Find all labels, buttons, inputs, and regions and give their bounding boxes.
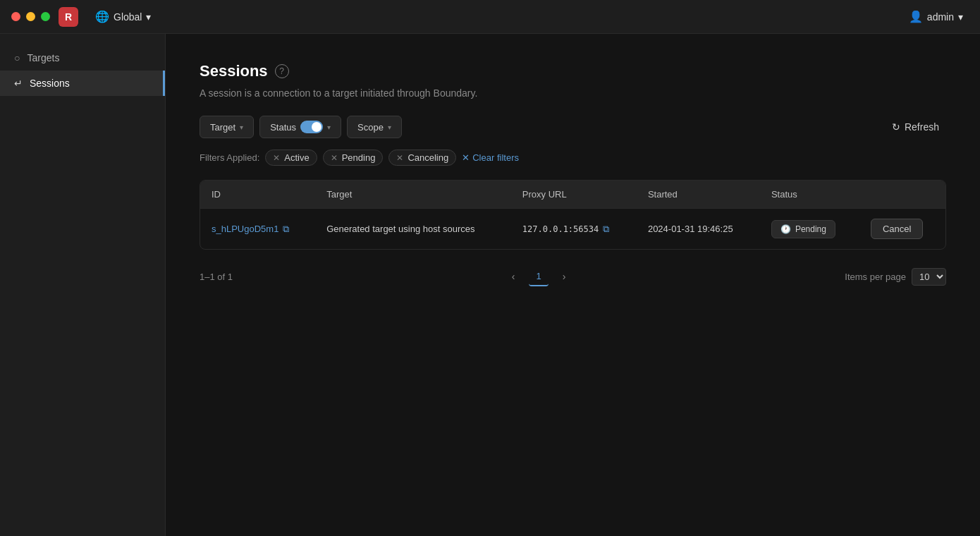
scope-chevron-icon: ▾ xyxy=(388,123,391,131)
remove-pending-filter[interactable]: ✕ xyxy=(331,153,338,163)
table-row: s_hLPUgoD5m1 ⧉ Generated target using ho… xyxy=(200,209,945,250)
session-id-text: s_hLPUgoD5m1 xyxy=(212,224,278,234)
admin-label: admin xyxy=(927,11,954,23)
minimize-button[interactable] xyxy=(26,12,35,21)
filter-buttons: Target ▾ Status ▾ Scope ▾ xyxy=(200,116,402,138)
col-actions xyxy=(859,181,945,209)
pagination-range: 1–1 of 1 xyxy=(200,272,233,282)
next-page-button[interactable]: › xyxy=(554,267,574,286)
clear-filters-button[interactable]: ✕ Clear filters xyxy=(462,152,519,163)
target-filter-label: Target xyxy=(210,122,235,133)
main-content: Sessions ? A session is a connection to … xyxy=(166,34,980,536)
close-button[interactable] xyxy=(11,12,20,21)
status-filter-button[interactable]: Status ▾ xyxy=(259,116,341,138)
page-number-1[interactable]: 1 xyxy=(529,267,549,286)
pending-filter-label: Pending xyxy=(342,152,376,163)
page-subtitle: A session is a connection to a target in… xyxy=(200,87,946,99)
sidebar-item-targets[interactable]: ○ Targets xyxy=(0,45,165,71)
scope-filter-button[interactable]: Scope ▾ xyxy=(347,116,402,138)
targets-icon: ○ xyxy=(14,52,20,63)
global-selector[interactable]: 🌐 Global ▾ xyxy=(90,7,157,26)
session-actions-cell: Cancel xyxy=(859,209,945,250)
scope-filter-label: Scope xyxy=(357,122,384,133)
copy-id-icon[interactable]: ⧉ xyxy=(283,224,289,235)
refresh-label: Refresh xyxy=(905,121,939,133)
maximize-button[interactable] xyxy=(41,12,50,21)
remove-canceling-filter[interactable]: ✕ xyxy=(396,153,403,163)
cancel-session-button[interactable]: Cancel xyxy=(871,219,923,239)
refresh-icon: ↻ xyxy=(892,121,900,133)
pagination-controls: ‹ 1 › xyxy=(503,267,574,286)
sessions-table-container: ID Target Proxy URL Started Status s_hLP… xyxy=(200,180,946,250)
remove-active-filter[interactable]: ✕ xyxy=(273,153,280,163)
status-filter-label: Status xyxy=(270,122,296,133)
session-target-text: Generated target using host sources xyxy=(326,224,474,234)
global-chevron-icon: ▾ xyxy=(146,11,151,23)
session-target-cell: Generated target using host sources xyxy=(315,209,511,250)
session-started-cell: 2024-01-31 19:46:25 xyxy=(637,209,760,250)
applied-filters: Filters Applied: ✕ Active ✕ Pending ✕ Ca… xyxy=(200,150,946,166)
clear-x-icon: ✕ xyxy=(462,152,470,163)
globe-icon: 🌐 xyxy=(95,10,109,23)
sessions-icon: ↵ xyxy=(14,78,23,89)
filters-bar: Target ▾ Status ▾ Scope ▾ ↻ Refresh xyxy=(200,116,946,138)
col-target: Target xyxy=(315,181,511,209)
prev-page-button[interactable]: ‹ xyxy=(503,267,523,286)
target-filter-button[interactable]: Target ▾ xyxy=(200,116,254,138)
page-title: Sessions xyxy=(200,62,268,80)
clock-icon: 🕐 xyxy=(780,224,791,234)
global-label: Global xyxy=(114,11,142,23)
app-logo: R xyxy=(59,7,78,27)
page-header: Sessions ? xyxy=(200,62,946,80)
help-icon[interactable]: ? xyxy=(275,64,289,78)
window-controls xyxy=(11,12,50,21)
active-filter-label: Active xyxy=(284,152,309,163)
canceling-filter-label: Canceling xyxy=(408,152,448,163)
main-layout: ○ Targets ↵ Sessions Sessions ? A sessio… xyxy=(0,34,980,536)
filters-applied-label: Filters Applied: xyxy=(200,152,259,163)
proxy-url-wrapper: 127.0.0.1:56534 ⧉ xyxy=(522,224,625,235)
admin-selector[interactable]: 👤 admin ▾ xyxy=(903,7,969,26)
session-id-cell: s_hLPUgoD5m1 ⧉ xyxy=(200,209,315,250)
items-per-page-label: Items per page xyxy=(845,272,906,282)
col-status: Status xyxy=(760,181,859,209)
sidebar-item-sessions[interactable]: ↵ Sessions xyxy=(0,71,165,96)
proxy-url-text: 127.0.0.1:56534 xyxy=(522,224,599,234)
col-id: ID xyxy=(200,181,315,209)
titlebar: R 🌐 Global ▾ 👤 admin ▾ xyxy=(0,0,980,34)
items-per-page: Items per page 10 25 50 xyxy=(845,268,946,286)
filter-tag-canceling: ✕ Canceling xyxy=(388,150,456,166)
copy-proxy-icon[interactable]: ⧉ xyxy=(603,224,609,235)
status-text: Pending xyxy=(795,224,826,234)
filter-tag-pending: ✕ Pending xyxy=(323,150,384,166)
session-status-cell: 🕐 Pending xyxy=(760,209,859,250)
status-toggle[interactable] xyxy=(300,121,323,133)
sidebar: ○ Targets ↵ Sessions xyxy=(0,34,166,536)
items-per-page-select[interactable]: 10 25 50 xyxy=(912,268,946,286)
admin-chevron-icon: ▾ xyxy=(958,11,963,23)
sessions-table: ID Target Proxy URL Started Status s_hLP… xyxy=(200,181,945,249)
session-proxy-url-cell: 127.0.0.1:56534 ⧉ xyxy=(511,209,637,250)
pagination: 1–1 of 1 ‹ 1 › Items per page 10 25 50 xyxy=(200,264,946,289)
session-id-link[interactable]: s_hLPUgoD5m1 ⧉ xyxy=(212,224,304,235)
col-started: Started xyxy=(637,181,760,209)
target-chevron-icon: ▾ xyxy=(240,123,243,131)
table-header-row: ID Target Proxy URL Started Status xyxy=(200,181,945,209)
sidebar-item-targets-label: Targets xyxy=(27,52,59,63)
refresh-button[interactable]: ↻ Refresh xyxy=(885,117,946,137)
sidebar-item-sessions-label: Sessions xyxy=(30,78,70,89)
filter-tag-active: ✕ Active xyxy=(265,150,317,166)
clear-filters-label: Clear filters xyxy=(472,152,519,163)
session-started-text: 2024-01-31 19:46:25 xyxy=(648,224,733,234)
col-proxy-url: Proxy URL xyxy=(511,181,637,209)
status-badge: 🕐 Pending xyxy=(771,220,835,238)
user-icon: 👤 xyxy=(909,10,923,23)
titlebar-right: 👤 admin ▾ xyxy=(903,7,969,26)
status-chevron-icon: ▾ xyxy=(327,123,331,131)
